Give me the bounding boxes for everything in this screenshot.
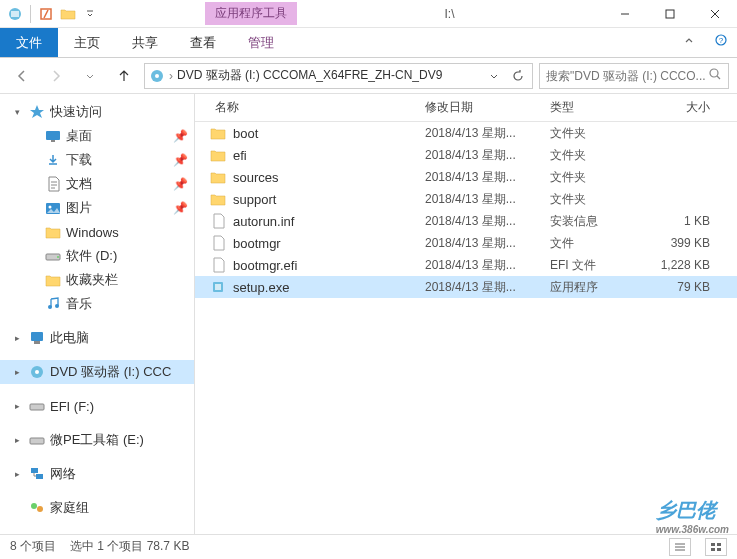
- chevron-right-icon[interactable]: ▸: [10, 399, 24, 413]
- file-date: 2018/4/13 星期...: [425, 257, 550, 274]
- sidebar-item-favorites-bar[interactable]: 收藏夹栏: [0, 268, 194, 292]
- file-date: 2018/4/13 星期...: [425, 169, 550, 186]
- tab-file[interactable]: 文件: [0, 28, 58, 57]
- sidebar-item-homegroup[interactable]: 家庭组: [0, 496, 194, 520]
- file-row[interactable]: setup.exe2018/4/13 星期...应用程序79 KB: [195, 276, 737, 298]
- minimize-button[interactable]: [602, 0, 647, 28]
- sidebar-item-dvd[interactable]: ▸DVD 驱动器 (I:) CCC: [0, 360, 194, 384]
- sidebar-item-documents[interactable]: 文档📌: [0, 172, 194, 196]
- column-name[interactable]: 名称: [195, 99, 425, 116]
- file-date: 2018/4/13 星期...: [425, 235, 550, 252]
- maximize-button[interactable]: [647, 0, 692, 28]
- file-row[interactable]: boot2018/4/13 星期...文件夹: [195, 122, 737, 144]
- pin-icon: 📌: [173, 129, 188, 143]
- svg-rect-18: [34, 341, 40, 344]
- chevron-down-icon[interactable]: ▾: [10, 105, 24, 119]
- drive-icon: [44, 247, 62, 265]
- sidebar-item-this-pc[interactable]: ▸此电脑: [0, 326, 194, 350]
- svg-rect-10: [51, 140, 55, 142]
- file-type: 文件夹: [550, 125, 640, 142]
- svg-rect-28: [215, 284, 221, 290]
- help-icon[interactable]: ?: [705, 28, 737, 57]
- computer-icon: [28, 329, 46, 347]
- chevron-right-icon[interactable]: ▸: [10, 365, 24, 379]
- address-dropdown-icon[interactable]: [484, 66, 504, 86]
- sidebar-item-network[interactable]: ▸网络: [0, 462, 194, 486]
- folder-icon: [44, 271, 62, 289]
- sidebar-item-downloads[interactable]: 下载📌: [0, 148, 194, 172]
- app-icon[interactable]: [6, 5, 24, 23]
- tab-view[interactable]: 查看: [174, 28, 232, 57]
- address-field[interactable]: › DVD 驱动器 (I:) CCCOMA_X64FRE_ZH-CN_DV9: [144, 63, 533, 89]
- sidebar-item-pictures[interactable]: 图片📌: [0, 196, 194, 220]
- desktop-icon: [44, 127, 62, 145]
- ribbon-expand-icon[interactable]: [673, 28, 705, 57]
- qat-dropdown-icon[interactable]: [81, 5, 99, 23]
- up-button[interactable]: [110, 62, 138, 90]
- svg-rect-9: [46, 131, 60, 140]
- network-icon: [28, 465, 46, 483]
- breadcrumb-path[interactable]: DVD 驱动器 (I:) CCCOMA_X64FRE_ZH-CN_DV9: [177, 67, 480, 84]
- file-type: 安装信息: [550, 213, 640, 230]
- exe-icon: [209, 278, 227, 296]
- sidebar-item-wepe[interactable]: ▸微PE工具箱 (E:): [0, 428, 194, 452]
- file-row[interactable]: efi2018/4/13 星期...文件夹: [195, 144, 737, 166]
- file-name: bootmgr: [233, 236, 425, 251]
- back-button[interactable]: [8, 62, 36, 90]
- file-size: 1 KB: [640, 214, 720, 228]
- properties-icon[interactable]: [37, 5, 55, 23]
- pin-icon: 📌: [173, 153, 188, 167]
- file-icon: [209, 256, 227, 274]
- sidebar-item-quick-access[interactable]: ▾快速访问: [0, 100, 194, 124]
- view-large-icon[interactable]: [705, 538, 727, 556]
- folder-icon: [209, 146, 227, 164]
- file-type: 文件夹: [550, 169, 640, 186]
- refresh-icon[interactable]: [508, 66, 528, 86]
- file-row[interactable]: bootmgr.efi2018/4/13 星期...EFI 文件1,228 KB: [195, 254, 737, 276]
- folder-icon: [209, 190, 227, 208]
- file-name: support: [233, 192, 425, 207]
- svg-rect-31: [711, 548, 715, 551]
- sidebar-item-software-d[interactable]: 软件 (D:): [0, 244, 194, 268]
- chevron-right-icon[interactable]: ▸: [10, 433, 24, 447]
- chevron-right-icon[interactable]: ▸: [10, 467, 24, 481]
- file-row[interactable]: bootmgr2018/4/13 星期...文件399 KB: [195, 232, 737, 254]
- chevron-right-icon[interactable]: ▸: [10, 331, 24, 345]
- file-row[interactable]: sources2018/4/13 星期...文件夹: [195, 166, 737, 188]
- svg-point-25: [31, 503, 37, 509]
- svg-point-15: [48, 305, 52, 309]
- svg-point-20: [35, 370, 39, 374]
- search-icon[interactable]: [708, 67, 722, 84]
- file-type: EFI 文件: [550, 257, 640, 274]
- column-type[interactable]: 类型: [550, 99, 640, 116]
- tab-manage[interactable]: 管理: [232, 28, 290, 57]
- file-name: bootmgr.efi: [233, 258, 425, 273]
- recent-dropdown-icon[interactable]: [76, 62, 104, 90]
- new-folder-icon[interactable]: [59, 5, 77, 23]
- tab-share[interactable]: 共享: [116, 28, 174, 57]
- view-details-icon[interactable]: [669, 538, 691, 556]
- search-input[interactable]: [546, 69, 708, 83]
- ribbon-tabs: 文件 主页 共享 查看 管理 ?: [0, 28, 737, 58]
- folder-icon: [209, 168, 227, 186]
- sidebar-item-music[interactable]: 音乐: [0, 292, 194, 316]
- close-button[interactable]: [692, 0, 737, 28]
- search-box[interactable]: [539, 63, 729, 89]
- tab-home[interactable]: 主页: [58, 28, 116, 57]
- file-name: autorun.inf: [233, 214, 425, 229]
- sidebar-item-windows[interactable]: Windows: [0, 220, 194, 244]
- contextual-tool-tab[interactable]: 应用程序工具: [205, 2, 297, 25]
- file-row[interactable]: support2018/4/13 星期...文件夹: [195, 188, 737, 210]
- sidebar-item-desktop[interactable]: 桌面📌: [0, 124, 194, 148]
- forward-button[interactable]: [42, 62, 70, 90]
- drive-icon: [28, 397, 46, 415]
- status-item-count: 8 个项目: [10, 538, 56, 555]
- file-list[interactable]: boot2018/4/13 星期...文件夹efi2018/4/13 星期...…: [195, 122, 737, 534]
- music-icon: [44, 295, 62, 313]
- file-row[interactable]: autorun.inf2018/4/13 星期...安装信息1 KB: [195, 210, 737, 232]
- column-size[interactable]: 大小: [640, 99, 720, 116]
- column-date[interactable]: 修改日期: [425, 99, 550, 116]
- svg-rect-29: [711, 543, 715, 546]
- sidebar-item-efi[interactable]: ▸EFI (F:): [0, 394, 194, 418]
- svg-point-16: [55, 304, 59, 308]
